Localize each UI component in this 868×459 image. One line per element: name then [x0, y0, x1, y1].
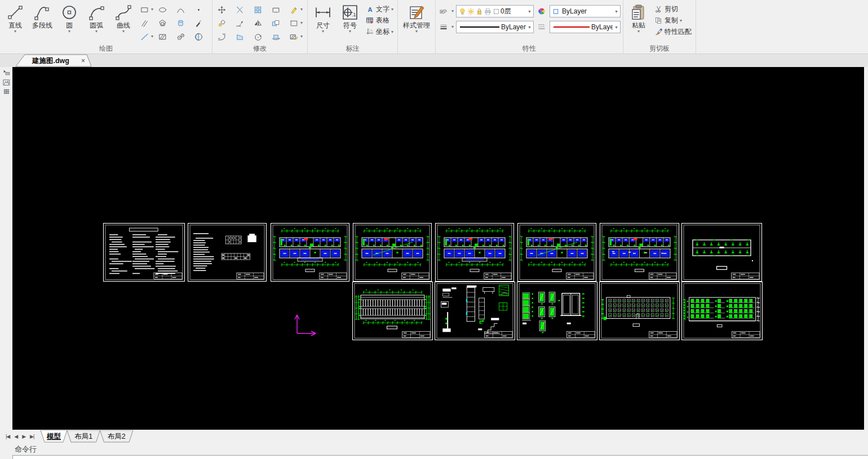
button-label: 多段线	[32, 21, 52, 29]
button-layer-tools-icon[interactable]	[438, 5, 449, 17]
button-圆[interactable]: 圆▾	[56, 3, 82, 34]
button-move-icon[interactable]	[215, 3, 228, 16]
model-canvas[interactable]	[12, 67, 864, 430]
dropdown-arrow-icon	[169, 30, 174, 43]
button-粘贴[interactable]: 粘贴▾	[626, 3, 652, 34]
button-label: 圆弧	[90, 21, 103, 29]
button-ellipse-icon[interactable]	[156, 3, 169, 16]
dropdown-arrow-icon[interactable]: ▾	[151, 3, 156, 16]
document-tab-close-icon[interactable]: ×	[81, 57, 85, 65]
copy-icon	[654, 16, 663, 25]
dropdown-arrow-icon	[228, 3, 233, 16]
button-文字[interactable]: A文字▾	[364, 4, 395, 15]
color-combo[interactable]: ByLayer▾	[550, 5, 621, 17]
previous-layout-button[interactable]: ◀	[14, 434, 17, 439]
button-hatch-edit-icon[interactable]	[287, 30, 300, 43]
ribbon-panel-modify: ▾ ▾ ▾修改	[212, 0, 308, 54]
command-input[interactable]	[12, 455, 868, 459]
sun-icon	[467, 7, 475, 16]
trim-icon	[235, 5, 245, 15]
panel-label-text: 剪切板	[649, 44, 670, 54]
dropdown-arrow-icon[interactable]: ▾	[151, 30, 156, 43]
dropdown-arrow-icon	[187, 30, 192, 43]
button-linetype-icon[interactable]	[536, 21, 547, 33]
wipeout-icon	[194, 32, 203, 42]
button-array-icon[interactable]	[251, 3, 264, 16]
button-gears-icon[interactable]	[174, 30, 187, 43]
button-erase-icon[interactable]	[287, 3, 300, 16]
button-样式管理[interactable]: 样式管理▾	[400, 3, 433, 34]
button-rectangle-icon[interactable]	[138, 3, 151, 16]
button-曲线[interactable]: 曲线▾	[110, 3, 136, 34]
lineweight-combo[interactable]: ByLayer▾	[456, 21, 534, 33]
side-grid-tool-icon	[2, 88, 11, 96]
button-trim-icon[interactable]	[233, 3, 246, 16]
dropdown-arrow-icon	[169, 3, 174, 16]
button-break-icon[interactable]	[269, 16, 282, 30]
button-picker-icon[interactable]	[192, 16, 205, 30]
button-orbit-icon[interactable]	[269, 30, 282, 43]
button-表格[interactable]: 表格	[364, 15, 395, 26]
ribbon-panel-label: 标注	[346, 44, 360, 54]
button-region-icon[interactable]	[156, 16, 169, 30]
button-坐标[interactable]: 12坐标▾	[364, 26, 395, 37]
symbol-icon: .1	[341, 3, 359, 21]
button-offset-icon[interactable]	[215, 16, 228, 30]
button-圆弧[interactable]: 圆弧▾	[83, 3, 109, 34]
button-hatch-icon[interactable]	[156, 30, 169, 43]
side-tool-3-side-grid-tool-icon[interactable]	[1, 87, 11, 96]
dropdown-arrow-icon	[205, 3, 210, 16]
button-特性匹配[interactable]: 特性匹配	[653, 26, 693, 37]
dropdown-arrow-icon[interactable]: ▾	[300, 3, 305, 16]
last-layout-button[interactable]: ▶|	[30, 434, 34, 439]
button-select-box-icon[interactable]	[287, 16, 300, 30]
button-尺寸[interactable]: 尺寸▾	[310, 3, 336, 34]
dropdown-arrow-icon: ▾	[526, 9, 533, 14]
button-label: 特性匹配	[665, 27, 692, 37]
dropdown-arrow-icon[interactable]: ▾	[300, 16, 305, 30]
fillet-icon	[217, 32, 227, 42]
linetype-combo[interactable]: ByLayer▾	[550, 21, 621, 33]
side-tool-2-side-window-tool-icon[interactable]	[1, 78, 11, 87]
button-construction-line-icon[interactable]	[138, 30, 151, 43]
button-lineweight-icon[interactable]	[438, 21, 449, 33]
paste-icon	[630, 3, 648, 21]
hatch-icon	[158, 32, 167, 42]
button-复制[interactable]: 复制▾	[653, 15, 693, 26]
dropdown-arrow-icon[interactable]: ▾	[300, 30, 305, 43]
dropdown-arrow-icon: ▾	[637, 29, 640, 34]
button-直线[interactable]: 直线▾	[2, 3, 28, 34]
first-layout-button[interactable]: |◀	[6, 434, 10, 439]
button-taper-icon[interactable]	[233, 30, 246, 43]
dropdown-arrow-icon[interactable]: ▾	[451, 9, 454, 14]
lineweight-sample	[460, 26, 499, 28]
dropdown-arrow-icon[interactable]: ▾	[451, 25, 454, 29]
orbit-icon	[271, 32, 281, 42]
lock-icon	[475, 7, 484, 16]
button-double-line-icon[interactable]	[138, 16, 151, 30]
button-point-icon[interactable]	[192, 3, 205, 16]
button-label: 尺寸	[316, 21, 330, 29]
button-剪切[interactable]: 剪切	[653, 4, 693, 15]
button-jog-icon[interactable]	[269, 3, 282, 16]
button-符号[interactable]: .1符号▾	[337, 3, 363, 34]
picker-icon	[194, 19, 203, 28]
double-line-icon	[140, 19, 149, 28]
svg-text:2: 2	[371, 30, 373, 33]
button-多段线[interactable]: 多段线	[29, 3, 55, 34]
button-extend-icon[interactable]	[233, 16, 246, 30]
layer-combo[interactable]: 0层▾	[456, 5, 534, 17]
next-layout-button[interactable]: ▶	[22, 434, 25, 439]
dropdown-arrow-icon	[264, 3, 269, 16]
ribbon-panel-annotate: 尺寸▾.1符号▾A文字▾表格12坐标▾标注	[308, 0, 398, 54]
button-rotate-icon[interactable]	[251, 30, 264, 43]
button-fillet-icon[interactable]	[215, 30, 228, 43]
layer-combo-value: 0层	[501, 7, 526, 16]
button-wipeout-icon[interactable]	[192, 30, 205, 43]
button-cylinder-icon[interactable]	[174, 16, 187, 30]
button-color-wheel-icon[interactable]	[536, 5, 547, 17]
button-mirror-icon[interactable]	[251, 16, 264, 30]
button-label: 样式管理	[403, 21, 430, 29]
button-revision-curve-icon[interactable]	[174, 3, 187, 16]
side-tool-1-side-arrow-tool-icon[interactable]	[1, 68, 11, 77]
